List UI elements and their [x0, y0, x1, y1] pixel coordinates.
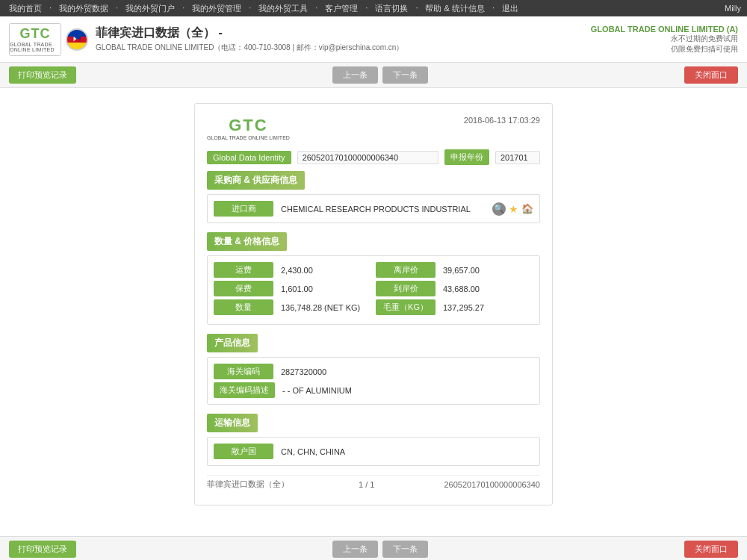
hs-desc-value: - - OF ALUMINIUM	[279, 385, 533, 396]
pagination-id: 260520170100000006340	[444, 480, 540, 489]
gdi-row: Global Data Identity 2605201701000000063…	[207, 149, 540, 165]
gdi-label: Global Data Identity	[207, 151, 291, 164]
top-navigation: 我的首页 · 我的外贸数据 · 我的外贸门户 · 我的外贸管理 · 我的外贸工具…	[0, 0, 747, 16]
logo-subtitle: GLOBAL TRADE ONLINE LIMITED	[10, 42, 61, 52]
page-subtitle: GLOBAL TRADE ONLINE LIMITED（电话：400-710-3…	[96, 43, 403, 53]
section-transport: 运输信息 敞户国 CN, CHN, CHINA	[207, 414, 540, 466]
next-button-top[interactable]: 下一条	[382, 66, 428, 84]
nav-tools[interactable]: 我的外贸工具	[255, 3, 311, 14]
nav-sep7: ·	[412, 3, 421, 14]
nav-sep2: ·	[113, 3, 121, 14]
home-icon[interactable]: 🏠	[521, 203, 533, 214]
section-quantity-price-title: 数量 & 价格信息	[207, 232, 287, 251]
top-toolbar: 打印预览记录 上一条 下一条 关闭面口	[0, 63, 747, 88]
nav-language[interactable]: 语言切换	[372, 3, 411, 14]
page-title: 菲律宾进口数据（全） -	[96, 25, 403, 41]
prev-button-top[interactable]: 上一条	[332, 66, 378, 84]
section-quantity-price: 数量 & 价格信息 运费 2,430.00 离岸价 39,657.00	[207, 232, 540, 325]
insurance-label: 保费	[214, 281, 273, 296]
importer-label: 进口商	[214, 201, 273, 217]
hs-code-value: 2827320000	[278, 366, 533, 378]
origin-value: CN, CHN, CHINA	[278, 446, 533, 458]
company-name: GLOBAL TRADE ONLINE LIMITED	[96, 43, 214, 52]
nav-sep1: ·	[46, 3, 55, 14]
importer-value: CHEMICAL RESEARCH PRODUCTS INDUSTRIAL	[278, 203, 488, 215]
header-right: GLOBAL TRADE ONLINE LIMITED (A) 永不过期的免费试…	[591, 25, 738, 55]
hs-desc-label: 海关编码描述	[214, 382, 275, 398]
origin-row: 敞户国 CN, CHN, CHINA	[214, 444, 533, 459]
nav-sep6: ·	[362, 3, 371, 14]
logo-text: GTC	[20, 26, 51, 42]
card-header: GTC GLOBAL TRADE ONLINE LIMITED 2018-06-…	[207, 116, 540, 140]
close-button-top[interactable]: 关闭面口	[684, 66, 738, 84]
nav-management[interactable]: 我的外贸管理	[189, 3, 244, 14]
cif-label: 到岸价	[376, 281, 436, 296]
gross-weight-value: 137,295.27	[440, 302, 533, 314]
card-timestamp: 2018-06-13 17:03:29	[464, 116, 540, 125]
nav-sep5: ·	[312, 3, 320, 14]
nav-help[interactable]: 帮助 & 统计信息	[422, 3, 487, 14]
card-logo: GTC GLOBAL TRADE ONLINE LIMITED	[207, 116, 290, 140]
nav-links: 我的首页 · 我的外贸数据 · 我的外贸门户 · 我的外贸管理 · 我的外贸工具…	[6, 3, 521, 14]
hs-code-row: 海关编码 2827320000	[214, 364, 533, 379]
card-logo-sub: GLOBAL TRADE ONLINE LIMITED	[207, 135, 290, 140]
report-year-label: 申报年份	[444, 149, 489, 165]
hs-code-label: 海关编码	[214, 364, 273, 379]
gross-weight-label: 毛重（KG）	[376, 299, 436, 315]
cif-pair: 到岸价 43,688.00	[376, 281, 533, 296]
nav-logout[interactable]: 退出	[499, 3, 521, 14]
quantity-label: 数量	[214, 299, 273, 315]
section-product: 产品信息 海关编码 2827320000 海关编码描述 - - OF ALUMI…	[207, 334, 540, 405]
section-transport-title: 运输信息	[207, 414, 258, 432]
importer-row: 进口商 CHEMICAL RESEARCH PRODUCTS INDUSTRIA…	[214, 201, 533, 217]
gross-weight-pair: 毛重（KG） 137,295.27	[376, 299, 533, 315]
header-left: GTC GLOBAL TRADE ONLINE LIMITED 🇵🇭 菲律宾进口…	[9, 23, 403, 56]
nav-home[interactable]: 我的首页	[6, 3, 45, 14]
nav-sep8: ·	[489, 3, 498, 14]
prev-button-bottom[interactable]: 上一条	[332, 541, 378, 558]
footer-toolbar-right: 关闭面口	[684, 541, 738, 558]
insurance-value: 1,601.00	[278, 283, 371, 295]
freight-pair: 运费 2,430.00	[214, 262, 371, 278]
nav-sep3: ·	[179, 3, 187, 14]
footer-toolbar: 打印预览记录 上一条 下一条 关闭面口	[0, 536, 747, 560]
quantity-weight-row: 数量 136,748.28 (NET KG) 毛重（KG） 137,295.27	[214, 299, 533, 315]
nav-portal[interactable]: 我的外贸门户	[123, 3, 178, 14]
nav-trade-data[interactable]: 我的外贸数据	[56, 3, 111, 14]
next-button-bottom[interactable]: 下一条	[382, 541, 428, 558]
section-buyer-supplier: 采购商 & 供应商信息 进口商 CHEMICAL RESEARCH PRODUC…	[207, 171, 540, 223]
phone: 电话：400-710-3008	[221, 43, 290, 52]
print-preview-button-top[interactable]: 打印预览记录	[9, 66, 76, 84]
logo: GTC GLOBAL TRADE ONLINE LIMITED	[9, 23, 61, 56]
main-content: GTC GLOBAL TRADE ONLINE LIMITED 2018-06-…	[0, 88, 747, 536]
hs-desc-row: 海关编码描述 - - OF ALUMINIUM	[214, 382, 533, 398]
insurance-cif-row: 保费 1,601.00 到岸价 43,688.00	[214, 281, 533, 296]
freight-label: 运费	[214, 262, 273, 278]
insurance-pair: 保费 1,601.00	[214, 281, 371, 296]
fob-pair: 离岸价 39,657.00	[376, 262, 533, 278]
nav-clients[interactable]: 客户管理	[322, 3, 361, 14]
nav-sep4: ·	[246, 3, 254, 14]
cif-value: 43,688.00	[440, 283, 533, 295]
country-flag: 🇵🇭	[66, 28, 88, 51]
section-product-title: 产品信息	[207, 334, 258, 352]
company-title: GLOBAL TRADE ONLINE LIMITED (A)	[591, 25, 738, 34]
pagination-page: 1 / 1	[359, 480, 374, 489]
search-icon[interactable]: 🔍	[492, 202, 506, 216]
print-preview-button-bottom[interactable]: 打印预览记录	[9, 541, 76, 558]
pagination-title: 菲律宾进口数据（全）	[207, 479, 289, 490]
star-icon[interactable]: ★	[509, 203, 518, 215]
fob-label: 离岸价	[376, 262, 436, 278]
section-buyer-supplier-body: 进口商 CHEMICAL RESEARCH PRODUCTS INDUSTRIA…	[207, 194, 540, 223]
logo-box: GTC GLOBAL TRADE ONLINE LIMITED 🇵🇭	[9, 23, 88, 56]
toolbar-center: 上一条 下一条	[332, 66, 428, 84]
section-buyer-supplier-title: 采购商 & 供应商信息	[207, 171, 305, 190]
gdi-value: 260520170100000006340	[297, 151, 438, 164]
pagination-row: 菲律宾进口数据（全） 1 / 1 260520170100000006340	[207, 475, 540, 493]
close-button-bottom[interactable]: 关闭面口	[684, 541, 738, 558]
freight-value: 2,430.00	[278, 264, 371, 276]
importer-icons: 🔍 ★ 🏠	[492, 202, 533, 216]
email: 邮件：vip@pierschina.com.cn	[297, 43, 397, 52]
origin-label: 敞户国	[214, 444, 273, 459]
freight-fob-row: 运费 2,430.00 离岸价 39,657.00	[214, 262, 533, 278]
